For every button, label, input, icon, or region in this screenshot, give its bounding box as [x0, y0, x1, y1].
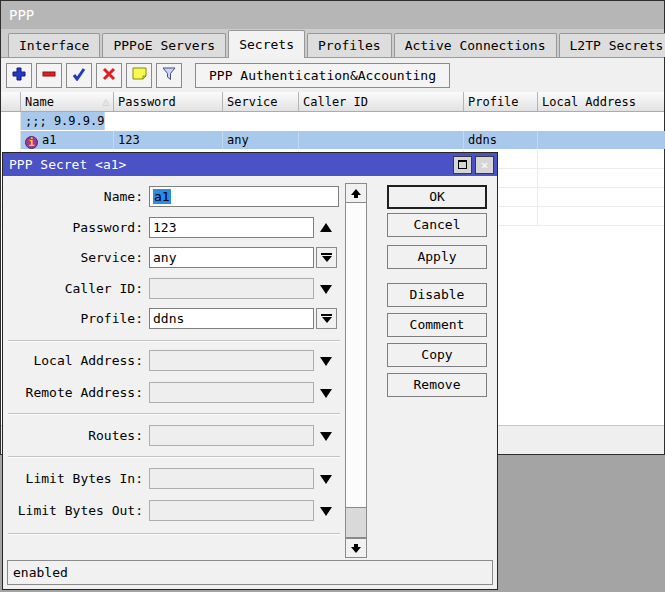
maximize-icon: [458, 160, 467, 169]
profile-input[interactable]: ddns: [149, 308, 314, 329]
remote-address-label: Remote Address:: [3, 382, 143, 403]
tab-active-connections[interactable]: Active Connections: [394, 33, 557, 57]
remove-button[interactable]: [36, 63, 62, 88]
dropdown-icon: [321, 314, 332, 316]
separator: [8, 413, 340, 415]
separator: [8, 533, 340, 535]
row-caller-id: [299, 131, 464, 149]
scrollbar-track[interactable]: [345, 203, 367, 538]
apply-button[interactable]: Apply: [387, 245, 487, 269]
local-address-input[interactable]: [149, 350, 314, 371]
scrollbar-thumb[interactable]: [345, 507, 367, 538]
tab-bar: Interface PPPoE Servers Secrets Profiles…: [1, 29, 664, 58]
disable-button[interactable]: Disable: [387, 283, 487, 307]
close-icon: ✕: [481, 159, 488, 171]
field-row-remote-address: Remote Address:: [3, 382, 383, 403]
separator: [8, 456, 340, 458]
limit-bytes-in-input[interactable]: [149, 468, 314, 489]
comment-button[interactable]: Comment: [387, 313, 487, 337]
close-button[interactable]: ✕: [475, 156, 494, 174]
header-name-column[interactable]: Name ▲: [21, 92, 114, 111]
caller-id-label: Caller ID:: [3, 278, 143, 299]
separator: [8, 340, 340, 342]
dialog-scrollbar: [345, 183, 367, 558]
caller-id-input[interactable]: [149, 278, 314, 299]
field-row-limit-bytes-out: Limit Bytes Out:: [3, 500, 383, 521]
tab-pppoe-servers[interactable]: PPPoE Servers: [102, 33, 226, 57]
header-password-column[interactable]: Password: [114, 92, 223, 111]
remote-address-input[interactable]: [149, 382, 314, 403]
selected-text: a1: [153, 189, 171, 204]
copy-button[interactable]: Copy: [387, 343, 487, 367]
tab-l2tp-secrets[interactable]: L2TP Secrets: [559, 33, 665, 57]
service-dropdown-button[interactable]: [316, 247, 337, 268]
maximize-button[interactable]: [453, 156, 472, 174]
field-row-password: Password: 123: [3, 217, 383, 238]
tab-profiles[interactable]: Profiles: [307, 33, 392, 57]
ppp-secret-dialog: PPP Secret <a1> ✕ Name: a1 Password: 123…: [2, 152, 498, 590]
cancel-button[interactable]: Cancel: [387, 213, 487, 237]
expand-arrow-icon[interactable]: [320, 285, 332, 294]
field-row-name: Name: a1: [3, 186, 383, 207]
table-header: Name ▲ Password Service Caller ID Profil…: [1, 92, 664, 112]
dialog-titlebar[interactable]: PPP Secret <a1> ✕: [3, 153, 497, 176]
service-label: Service:: [3, 247, 143, 268]
header-flags-column[interactable]: [1, 92, 21, 111]
header-profile-column[interactable]: Profile: [464, 92, 538, 111]
limit-bytes-out-label: Limit Bytes Out:: [3, 500, 143, 521]
enable-button[interactable]: [66, 63, 92, 88]
header-local-address-column[interactable]: Local Address: [538, 92, 665, 111]
expand-arrow-icon[interactable]: [320, 475, 332, 484]
field-row-service: Service: any: [3, 247, 383, 268]
profile-dropdown-button[interactable]: [316, 308, 337, 329]
collapse-arrow-icon[interactable]: [320, 223, 332, 232]
routes-label: Routes:: [3, 425, 143, 446]
row-service: any: [223, 131, 299, 149]
sort-ascending-icon: ▲: [103, 96, 109, 107]
dialog-title: PPP Secret <a1>: [9, 157, 450, 172]
remove-button[interactable]: Remove: [387, 373, 487, 397]
window-titlebar[interactable]: PPP: [1, 1, 664, 29]
routes-input[interactable]: [149, 425, 314, 446]
local-address-label: Local Address:: [3, 350, 143, 371]
check-icon: [72, 67, 86, 84]
expand-arrow-icon[interactable]: [320, 357, 332, 366]
field-row-limit-bytes-in: Limit Bytes In:: [3, 468, 383, 489]
row-name: a1: [42, 133, 56, 147]
scroll-down-icon: [351, 547, 361, 553]
service-input[interactable]: any: [149, 247, 314, 268]
profile-label: Profile:: [3, 308, 143, 329]
ppp-aaa-button[interactable]: PPP Authentication&Accounting: [195, 63, 450, 88]
filter-button[interactable]: [156, 63, 182, 88]
status-text: enabled: [13, 565, 68, 580]
password-input[interactable]: 123: [149, 217, 314, 238]
expand-arrow-icon[interactable]: [320, 389, 332, 398]
tab-interface[interactable]: Interface: [8, 33, 100, 57]
tab-secrets[interactable]: Secrets: [228, 30, 305, 58]
screen: PPP Interface PPPoE Servers Secrets Prof…: [0, 0, 665, 592]
expand-arrow-icon[interactable]: [320, 432, 332, 441]
status-bar: enabled: [7, 560, 493, 585]
expand-arrow-icon[interactable]: [320, 507, 332, 516]
field-row-profile: Profile: ddns: [3, 308, 383, 329]
password-label: Password:: [3, 217, 143, 238]
limit-bytes-in-label: Limit Bytes In:: [3, 468, 143, 489]
table-row[interactable]: ia1 123 any ddns: [1, 131, 664, 150]
scroll-up-button[interactable]: [345, 183, 367, 203]
ppp-secret-icon: i: [25, 136, 38, 149]
header-service-column[interactable]: Service: [223, 92, 299, 111]
minus-icon: [42, 67, 56, 84]
limit-bytes-out-input[interactable]: [149, 500, 314, 521]
comment-button[interactable]: [126, 63, 152, 88]
name-label: Name:: [3, 186, 143, 207]
ok-button[interactable]: OK: [387, 185, 487, 209]
field-row-routes: Routes:: [3, 425, 383, 446]
name-input[interactable]: a1: [149, 186, 339, 207]
header-caller-id-column[interactable]: Caller ID: [299, 92, 464, 111]
add-button[interactable]: [6, 63, 32, 88]
disable-button[interactable]: [96, 63, 122, 88]
scroll-down-button[interactable]: [345, 538, 367, 558]
field-row-caller-id: Caller ID:: [3, 278, 383, 299]
window-title: PPP: [9, 7, 34, 23]
comment-row[interactable]: ;;; 9.9.9.9: [1, 112, 664, 131]
